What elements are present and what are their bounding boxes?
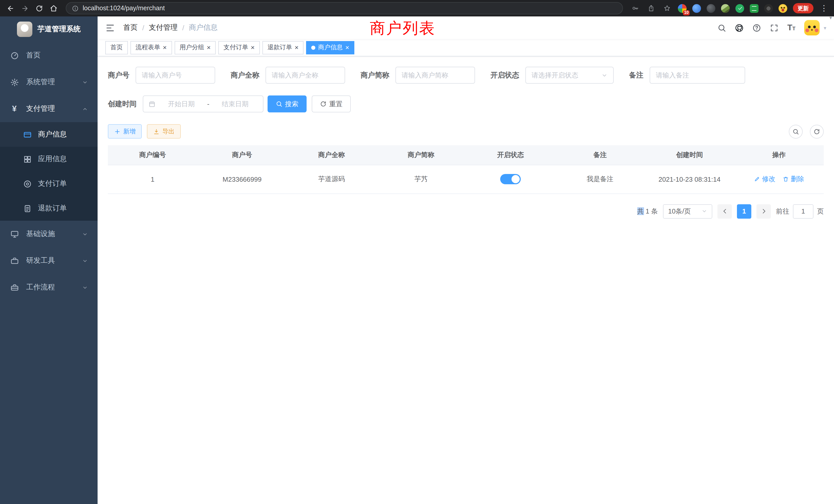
cell-short-name: 芋艿	[376, 165, 466, 193]
chevron-down-icon	[82, 231, 88, 237]
export-button[interactable]: 导出	[147, 124, 181, 139]
site-info-icon[interactable]	[72, 5, 79, 12]
grid-icon	[23, 155, 32, 163]
browser-back-icon[interactable]	[4, 2, 17, 14]
sidebar-item-refund-order[interactable]: 退款订单	[0, 196, 97, 221]
sidebar-toggle-icon[interactable]	[105, 23, 115, 32]
remark-input-field[interactable]	[656, 71, 739, 79]
sidebar-item-system[interactable]: 系统管理	[0, 69, 97, 95]
sidebar-item-home[interactable]: 首页	[0, 42, 97, 69]
search-icon[interactable]	[718, 23, 726, 32]
page-size-select[interactable]: 10条/页	[663, 204, 712, 219]
sidebar-item-devtools[interactable]: 研发工具	[0, 247, 97, 274]
sidebar-item-workflow[interactable]: 工作流程	[0, 274, 97, 301]
help-icon[interactable]	[752, 23, 761, 32]
extension-badge: 10	[683, 10, 690, 15]
sidebar-item-pay-order[interactable]: 支付订单	[0, 171, 97, 196]
extension-icon-avatar[interactable]	[721, 4, 730, 13]
next-page-button[interactable]	[756, 204, 771, 219]
tab-home[interactable]: 首页	[105, 41, 128, 54]
menu-label: 应用信息	[38, 155, 67, 164]
browser-forward-icon[interactable]	[19, 2, 31, 14]
bookmark-star-icon[interactable]	[662, 3, 672, 13]
remark-input[interactable]	[650, 67, 745, 84]
extension-icon-emoji[interactable]	[778, 4, 787, 13]
download-icon	[153, 128, 160, 135]
tab-refund-order[interactable]: 退款订单 ×	[262, 41, 304, 54]
short-name-input-field[interactable]	[401, 71, 469, 79]
search-form-row-2: 创建时间 开始日期 - 结束日期 搜索 重置	[108, 95, 824, 112]
sidebar-item-app-info[interactable]: 应用信息	[0, 147, 97, 171]
annotation-label: 商户列表	[370, 18, 436, 39]
user-avatar[interactable]	[804, 20, 820, 36]
tab-pay-order[interactable]: 支付订单 ×	[218, 41, 260, 54]
status-toggle[interactable]	[500, 174, 521, 184]
search-icon	[792, 128, 799, 135]
sidebar: 芋道管理系统 首页 系统管理 ¥ 支付管理	[0, 17, 97, 504]
avatar-caret-icon[interactable]: ▾	[824, 25, 826, 30]
add-button[interactable]: 新增	[108, 124, 142, 139]
refresh-table-button[interactable]	[810, 124, 824, 138]
breadcrumb-home[interactable]: 首页	[123, 23, 138, 32]
menu-label: 基础设施	[26, 229, 55, 239]
goto-page-input[interactable]	[793, 204, 813, 219]
close-icon[interactable]: ×	[207, 44, 211, 51]
page-1-button[interactable]: 1	[737, 204, 751, 219]
cell-merchant-no: M233666999	[197, 165, 287, 193]
extension-icon-check[interactable]	[736, 4, 744, 13]
extension-icon-blue[interactable]	[692, 4, 701, 13]
create-time-range-picker[interactable]: 开始日期 - 结束日期	[143, 95, 263, 112]
column-header-merchant-no: 商户号	[197, 145, 287, 165]
extension-icon-knot[interactable]	[764, 4, 773, 13]
extension-icon-colorful[interactable]: 10	[678, 4, 687, 13]
tab-user-group[interactable]: 用户分组 ×	[174, 41, 216, 54]
fullscreen-icon[interactable]	[770, 23, 778, 32]
prev-page-button[interactable]	[718, 204, 732, 219]
pagination-total: 共 1 条	[637, 207, 658, 216]
sidebar-item-infrastructure[interactable]: 基础设施	[0, 221, 97, 247]
delete-link[interactable]: 删除	[783, 175, 804, 184]
extension-icon-dark[interactable]	[707, 4, 716, 13]
edit-link[interactable]: 修改	[754, 175, 775, 184]
sidebar-menu: 首页 系统管理 ¥ 支付管理 商户信息	[0, 42, 97, 301]
full-name-input-field[interactable]	[272, 71, 339, 79]
column-header-actions: 操作	[734, 145, 824, 165]
reset-button[interactable]: 重置	[312, 95, 351, 112]
browser-update-button[interactable]: 更新	[793, 3, 813, 13]
search-button[interactable]: 搜索	[267, 95, 307, 112]
browser-reload-icon[interactable]	[33, 2, 45, 14]
chevron-down-icon	[82, 258, 88, 264]
merchant-no-input-field[interactable]	[142, 71, 209, 79]
edit-icon	[754, 176, 760, 182]
merchant-no-input[interactable]	[136, 67, 215, 84]
search-form-row-1: 商户号 商户全称 商户简称	[108, 67, 824, 84]
status-label: 开启状态	[490, 71, 519, 80]
toggle-search-button[interactable]	[789, 124, 803, 138]
refresh-icon	[320, 100, 327, 107]
font-size-icon[interactable]: TT	[787, 24, 795, 32]
breadcrumb-payment[interactable]: 支付管理	[149, 23, 178, 32]
short-name-input[interactable]	[395, 67, 475, 84]
status-select[interactable]: 请选择开启状态	[525, 67, 614, 84]
url-bar[interactable]: localhost:1024/pay/merchant	[66, 2, 623, 14]
extension-icon-notes[interactable]	[750, 4, 759, 13]
page-content: 商户号 商户全称 商户简称	[97, 56, 834, 504]
share-icon[interactable]	[646, 3, 656, 13]
github-icon[interactable]	[735, 23, 744, 32]
toolbar-caret-icon[interactable]: ▾	[829, 15, 832, 21]
tabs-bar: 首页 流程表单 × 用户分组 × 支付订单 × 退款订单 ×	[97, 39, 834, 56]
sidebar-item-payment[interactable]: ¥ 支付管理	[0, 95, 97, 122]
sidebar-item-merchant-info[interactable]: 商户信息	[0, 122, 97, 147]
password-key-icon[interactable]	[630, 3, 640, 13]
full-name-input[interactable]	[265, 67, 345, 84]
close-icon[interactable]: ×	[163, 44, 167, 51]
close-icon[interactable]: ×	[250, 44, 255, 51]
browser-home-icon[interactable]	[47, 2, 60, 14]
close-icon[interactable]: ×	[345, 44, 349, 51]
app-logo[interactable]: 芋道管理系统	[0, 17, 97, 42]
merchant-no-label: 商户号	[108, 71, 129, 80]
close-icon[interactable]: ×	[295, 44, 299, 51]
browser-menu-icon[interactable]: ⋮	[819, 4, 829, 13]
tab-process-form[interactable]: 流程表单 ×	[130, 41, 172, 54]
tab-merchant-info[interactable]: 商户信息 ×	[306, 41, 354, 54]
